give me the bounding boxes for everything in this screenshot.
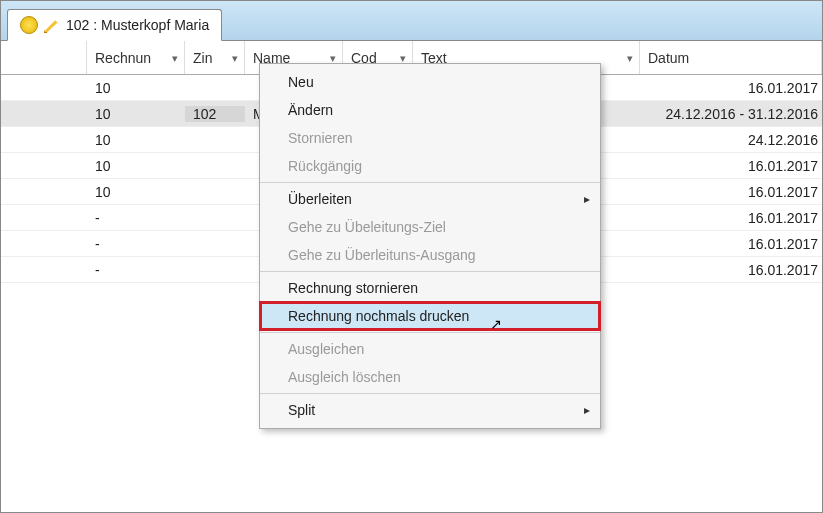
header-label: Rechnun <box>95 50 151 66</box>
filter-icon[interactable]: ▾ <box>627 51 633 64</box>
cell: 10 <box>87 132 185 148</box>
menu-item: Stornieren <box>260 124 600 152</box>
header-blank[interactable] <box>1 41 87 74</box>
tab-title: 102 : Musterkopf Maria <box>66 17 209 33</box>
grid-area: Rechnun ▾ Zin ▾ Name ▾ Cod ▾ Text ▾ Datu… <box>1 41 822 512</box>
tab-customer[interactable]: 102 : Musterkopf Maria <box>7 9 222 41</box>
header-label: Datum <box>648 50 689 66</box>
cell: 16.01.2017 <box>640 262 822 278</box>
pencil-icon <box>44 17 60 33</box>
context-menu: NeuÄndernStornierenRückgängig Überleiten… <box>259 63 601 429</box>
app-window: 102 : Musterkopf Maria Rechnun ▾ Zin ▾ N… <box>0 0 823 513</box>
menu-item[interactable]: Split <box>260 396 600 424</box>
menu-item: Gehe zu Überleituns-Ausgang <box>260 241 600 269</box>
menu-item[interactable]: Ändern <box>260 96 600 124</box>
cell: 10 <box>87 80 185 96</box>
filter-icon[interactable]: ▾ <box>232 51 238 64</box>
header-label: Zin <box>193 50 212 66</box>
cell: 16.01.2017 <box>640 210 822 226</box>
cell: 24.12.2016 - 31.12.2016 <box>640 106 822 122</box>
header-zin[interactable]: Zin ▾ <box>185 41 245 74</box>
menu-separator <box>260 332 600 333</box>
cell: 16.01.2017 <box>640 158 822 174</box>
tab-strip: 102 : Musterkopf Maria <box>1 1 822 41</box>
menu-item[interactable]: Überleiten <box>260 185 600 213</box>
cell: 102 <box>185 106 245 122</box>
menu-item: Gehe zu Übeleitungs-Ziel <box>260 213 600 241</box>
cell: 16.01.2017 <box>640 80 822 96</box>
cell: - <box>87 262 185 278</box>
menu-item[interactable]: Rechnung nochmals drucken↖ <box>260 302 600 330</box>
menu-separator <box>260 182 600 183</box>
header-rechnung[interactable]: Rechnun ▾ <box>87 41 185 74</box>
cell: - <box>87 236 185 252</box>
menu-item: Ausgleichen <box>260 335 600 363</box>
menu-item[interactable]: Neu <box>260 68 600 96</box>
cell: 16.01.2017 <box>640 236 822 252</box>
cell: 24.12.2016 <box>640 132 822 148</box>
menu-item: Rückgängig <box>260 152 600 180</box>
header-datum[interactable]: Datum <box>640 41 822 74</box>
menu-item[interactable]: Rechnung stornieren <box>260 274 600 302</box>
menu-separator <box>260 393 600 394</box>
cell: 10 <box>87 184 185 200</box>
filter-icon[interactable]: ▾ <box>172 51 178 64</box>
cell: 10 <box>87 158 185 174</box>
cell: 10 <box>87 106 185 122</box>
cursor-icon: ↖ <box>490 316 502 332</box>
smiley-icon <box>20 16 38 34</box>
cell: - <box>87 210 185 226</box>
menu-separator <box>260 271 600 272</box>
cell: 16.01.2017 <box>640 184 822 200</box>
menu-item: Ausgleich löschen <box>260 363 600 391</box>
